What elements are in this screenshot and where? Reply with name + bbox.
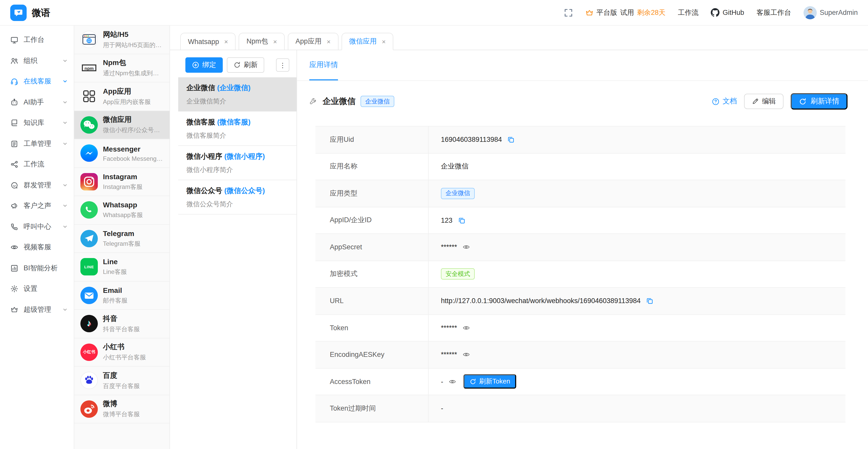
table-row-app-type: 应用类型 企业微信 [315, 180, 845, 207]
nav-workflow-link[interactable]: 工作流 [678, 8, 699, 17]
table-row-appsecret: AppSecret ****** [315, 234, 845, 261]
kebab-icon: ⋮ [279, 61, 286, 69]
app-link[interactable]: (微信客服) [217, 118, 251, 126]
app-detail-panel: 应用详情 企业微信 企业微信 文档 [297, 50, 868, 449]
channel-item-npm[interactable]: npm Npm包通过Npm包集成到… [74, 54, 169, 83]
chat-bubble-logo-icon [13, 7, 24, 18]
row-label: URL [315, 288, 428, 314]
eye-icon[interactable] [448, 378, 456, 386]
sidebar-item-video-service[interactable]: 视频客服 [0, 237, 74, 258]
channel-item-wechat[interactable]: 微信应用微信小程序/公众号… [74, 111, 169, 139]
crown-icon [10, 306, 19, 314]
tab-app[interactable]: App应用 × [288, 33, 338, 50]
telegram-icon [81, 230, 98, 247]
channel-item-app[interactable]: App应用App应用内嵌客服 [74, 83, 169, 111]
row-label: 加密模式 [315, 261, 428, 287]
row-label: AppSecret [315, 234, 428, 260]
refresh-list-button[interactable]: 刷新 [227, 57, 264, 73]
close-icon[interactable]: × [273, 38, 277, 45]
plus-circle-icon [192, 61, 199, 69]
row-value: 企业微信 [441, 162, 469, 171]
copy-icon[interactable] [646, 297, 653, 305]
nav-agent-workbench-link[interactable]: 客服工作台 [756, 8, 791, 17]
tab-whatsapp[interactable]: Whatsapp × [180, 33, 236, 50]
app-logo[interactable] [10, 4, 27, 21]
sidebar-item-knowledge-base[interactable]: 知识库 [0, 113, 74, 133]
row-label: EncodingAESKey [315, 342, 428, 368]
sidebar-item-bi-analytics[interactable]: BI智能分析 [0, 258, 74, 279]
list-item-wechat-official-account[interactable]: 微信公众号(微信公众号) 微信公众号简介 [178, 180, 297, 215]
app-type-badge: 企业微信 [441, 188, 475, 199]
bind-button[interactable]: 绑定 [185, 57, 223, 73]
close-icon[interactable]: × [224, 38, 228, 45]
doc-link[interactable]: 文档 [712, 97, 737, 106]
gear-icon [10, 285, 19, 293]
sidebar-item-settings[interactable]: 设置 [0, 279, 74, 299]
sidebar-item-workflow[interactable]: 工作流 [0, 154, 74, 175]
channel-item-baidu[interactable]: 百度百度平台客服 [74, 366, 169, 395]
more-actions-button[interactable]: ⋮ [276, 58, 289, 72]
row-value-masked: ****** [441, 351, 457, 359]
chevron-down-icon [62, 203, 68, 209]
eye-icon[interactable] [462, 324, 470, 332]
channel-item-whatsapp[interactable]: WhatsappWhatsapp客服 [74, 196, 169, 224]
plan-info[interactable]: 平台版 试用 剩余28天 [585, 8, 665, 17]
sidebar-item-ticket-management[interactable]: 工单管理 [0, 133, 74, 154]
app-link[interactable]: (微信小程序) [224, 152, 265, 160]
app-link[interactable]: (企业微信) [217, 84, 251, 92]
clipboard-icon [10, 140, 19, 148]
question-circle-icon [712, 98, 719, 105]
list-item-wechat-kefu[interactable]: 微信客服(微信客服) 微信客服简介 [178, 111, 297, 146]
edit-button[interactable]: 编辑 [744, 94, 783, 109]
table-row-encoding-aes-key: EncodingAESKey ****** [315, 342, 845, 368]
sidebar-item-call-center[interactable]: 呼叫中心 [0, 216, 74, 237]
channel-item-instagram[interactable]: InstagramInstagram客服 [74, 168, 169, 196]
row-label: 应用名称 [315, 153, 428, 180]
tab-app-detail[interactable]: 应用详情 [309, 50, 338, 81]
github-icon [711, 8, 719, 17]
refresh-token-button[interactable]: 刷新Token [463, 375, 516, 389]
sidebar-item-ai-assistant[interactable]: AI助手 [0, 92, 74, 113]
eye-icon[interactable] [462, 351, 470, 359]
channel-item-weibo[interactable]: 微博微博平台客服 [74, 395, 169, 423]
smiley-bubble-icon [10, 181, 19, 189]
sidebar-item-organization[interactable]: 组织 [0, 51, 74, 71]
channel-item-line[interactable]: LINE LineLine客服 [74, 253, 169, 281]
sidebar-item-super-admin[interactable]: 超级管理 [0, 299, 74, 320]
sidebar-item-voice-of-customer[interactable]: 客户之声 [0, 196, 74, 216]
sidebar-item-broadcast[interactable]: 群发管理 [0, 175, 74, 196]
table-row-encrypt-mode: 加密模式 安全模式 [315, 261, 845, 288]
close-icon[interactable]: × [327, 38, 331, 45]
copy-icon[interactable] [507, 136, 515, 143]
tab-npm[interactable]: Npm包 × [239, 33, 285, 50]
avatar-image [803, 6, 816, 19]
row-label: Token过期时间 [315, 395, 428, 422]
refresh-detail-button[interactable]: 刷新详情 [791, 93, 847, 109]
eye-icon[interactable] [462, 244, 470, 251]
channel-item-douyin[interactable]: ♪ 抖音抖音平台客服 [74, 310, 169, 338]
list-item-wechat-miniprogram[interactable]: 微信小程序(微信小程序) 微信小程序简介 [178, 146, 297, 180]
close-icon[interactable]: × [382, 38, 385, 45]
channel-item-website[interactable]: 网站/H5用于网站/H5页面的… [74, 26, 169, 54]
copy-icon[interactable] [458, 217, 465, 224]
channel-item-telegram[interactable]: TelegramTelegram客服 [74, 224, 169, 253]
app-type-badge: 企业微信 [361, 96, 394, 107]
wechat-app-list-panel: 绑定 刷新 ⋮ 企业微信(企业微信) 企业微信简介 [178, 50, 297, 449]
app-title: 微语 [32, 6, 50, 19]
channel-item-xiaohongshu[interactable]: 小红书 小红书小红书平台客服 [74, 338, 169, 366]
fullscreen-button[interactable] [564, 8, 573, 17]
user-menu[interactable]: SuperAdmin [803, 6, 858, 19]
nav-github-link[interactable]: GitHub [711, 8, 744, 17]
sidebar-item-workbench[interactable]: 工作台 [0, 30, 74, 51]
app-link[interactable]: (微信公众号) [224, 186, 265, 195]
bar-chart-icon [10, 264, 19, 272]
channel-item-messenger[interactable]: MessengerFacebook Messeng… [74, 139, 169, 168]
list-item-work-wechat[interactable]: 企业微信(企业微信) 企业微信简介 [178, 77, 297, 111]
people-icon [10, 57, 19, 65]
sidebar-item-online-service[interactable]: 在线客服 [0, 71, 74, 92]
megaphone-icon [10, 202, 19, 210]
tab-wechat-app[interactable]: 微信应用 × [341, 33, 393, 50]
table-row-app-uid: 应用Uid 1690460389113984 [315, 126, 845, 153]
channel-item-email[interactable]: Email邮件客服 [74, 281, 169, 310]
table-row-token: Token ****** [315, 315, 845, 342]
